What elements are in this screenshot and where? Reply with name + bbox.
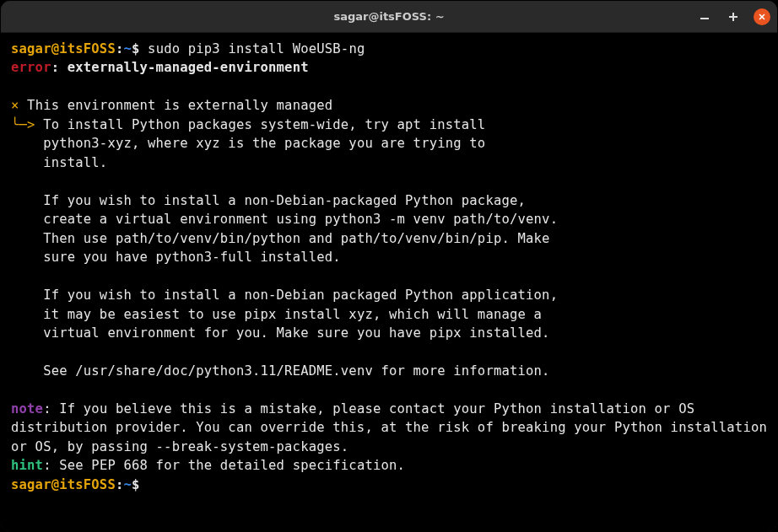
marker-x-icon: × <box>11 98 19 113</box>
close-button[interactable] <box>754 8 770 25</box>
error-label: error <box>11 60 51 75</box>
hint-label: hint <box>11 458 43 473</box>
titlebar: sagar@itsFOSS: ~ <box>1 1 777 33</box>
prompt-user-host: sagar@itsFOSS <box>11 41 116 56</box>
terminal-body[interactable]: sagar@itsFOSS:~$ sudo pip3 install WoeUS… <box>1 33 777 531</box>
note-label: note <box>11 401 43 416</box>
body-p3: If you wish to install a non-Debian pack… <box>11 287 558 341</box>
terminal-window: sagar@itsFOSS: ~ sagar@itsFOSS:~$ sudo p… <box>0 0 778 532</box>
prompt-symbol: $ <box>132 41 140 56</box>
maximize-button[interactable] <box>725 8 742 25</box>
window-controls <box>696 1 770 33</box>
window-title: sagar@itsFOSS: ~ <box>333 10 444 23</box>
body-p2: If you wish to install a non-Debian-pack… <box>11 193 558 265</box>
minimize-button[interactable] <box>696 8 713 25</box>
arrow-icon: ╰─> <box>11 117 35 132</box>
error-message: externally-managed-environment <box>68 60 309 75</box>
error-header: This environment is externally managed <box>27 98 332 113</box>
body-p4: See /usr/share/doc/python3.11/README.ven… <box>43 363 550 379</box>
prompt-symbol-2: $ <box>132 477 140 492</box>
command-text: sudo pip3 install WoeUSB-ng <box>148 41 365 56</box>
prompt-path-2: ~ <box>123 477 132 492</box>
prompt-path: ~ <box>123 41 132 56</box>
note-text: If you believe this is a mistake, please… <box>11 401 775 454</box>
prompt-user-host-2: sagar@itsFOSS <box>11 477 116 492</box>
hint-text: See PEP 668 for the detailed specificati… <box>59 458 405 473</box>
body-p1: To install Python packages system-wide, … <box>11 117 485 170</box>
